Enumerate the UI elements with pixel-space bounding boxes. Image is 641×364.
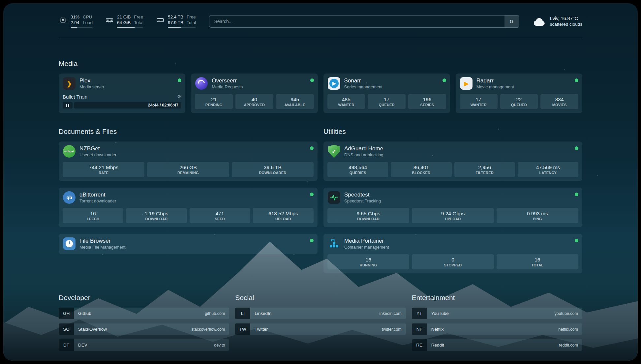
plex-description: Media server — [79, 84, 104, 89]
qbittorrent-status-dot — [310, 193, 314, 196]
bookmark-linkedin[interactable]: LI LinkedInlinkedin.com — [235, 308, 406, 319]
memory-free: 21 GiB — [117, 15, 131, 20]
adguard-description: DNS and adblocking — [344, 152, 383, 157]
stat-queued: 17QUEUED — [368, 94, 406, 109]
qbittorrent-name: qBittorrent — [79, 192, 116, 198]
adguard-icon: ✓ — [327, 145, 341, 158]
cpu-percent: 31% — [71, 15, 79, 20]
dashboard-content: 31% 2.94 CPU Load — [3, 3, 638, 361]
stat-upload: 9.24 GbpsUPLOAD — [412, 208, 494, 223]
memory-progress-bar — [117, 27, 143, 28]
pause-icon — [63, 102, 73, 108]
bookmark-youtube[interactable]: YT YouTubeyoutube.com — [412, 308, 582, 319]
cpu-progress-bar — [71, 27, 93, 28]
documents-section-title: Documents & Files — [59, 128, 318, 136]
filebrowser-card[interactable]: File Browser Media File Management — [59, 234, 318, 254]
stat-downloaded: 39.6 TBDOWNLOADED — [232, 162, 314, 177]
portainer-name: Media Portainer — [344, 238, 389, 244]
speedtest-status-dot — [575, 193, 578, 196]
plex-card[interactable]: ❯ Plex Media server Bullet Train ⚙ — [59, 74, 185, 113]
stat-total: 16TOTAL — [497, 254, 578, 269]
bookmark-name: YouTube — [431, 311, 449, 316]
speedtest-card[interactable]: Speedtest Speedtest Tracking 9.65 GbpsDO… — [323, 188, 582, 227]
disk-label-top: Free — [187, 15, 196, 20]
stat-wanted: 17WANTED — [460, 94, 498, 109]
stat-queued: 22QUEUED — [500, 94, 538, 109]
memory-total: 64 GiB — [117, 20, 131, 25]
bookmark-dev[interactable]: DT DEVdev.to — [59, 339, 229, 351]
memory-widget: 21 GiB 64 GiB Free Total — [105, 15, 143, 28]
weather-location: Lviv, 16.87°C — [550, 16, 582, 21]
nzbget-status-dot — [310, 146, 314, 150]
bookmark-twitter[interactable]: TW Twittertwitter.com — [235, 323, 406, 335]
sonarr-icon: ▶ — [327, 77, 341, 90]
media-grid: ❯ Plex Media server Bullet Train ⚙ — [59, 74, 582, 113]
stat-running: 16RUNNING — [327, 254, 409, 269]
disk-progress-bar — [168, 27, 196, 28]
disk-icon — [156, 16, 165, 24]
bookmarks-developer: Developer GH Githubgithub.com SO StackOv… — [59, 294, 229, 355]
sonarr-card[interactable]: ▶ Sonarr Series management 485WANTED 17Q… — [323, 74, 450, 113]
portainer-card[interactable]: Media Portainer Container management 16R… — [323, 234, 582, 273]
search-provider-button[interactable]: G — [504, 15, 519, 27]
cloud-icon — [533, 16, 546, 27]
bookmarks-entertainment: Entertainment YT YouTubeyoutube.com NF N… — [412, 294, 582, 355]
bookmark-abbr: GH — [59, 308, 74, 319]
social-section-title: Social — [235, 294, 406, 302]
sonarr-status-dot — [443, 78, 446, 82]
stat-latency: 47.569 msLATENCY — [518, 162, 578, 177]
bookmark-reddit[interactable]: RE Redditreddit.com — [412, 339, 582, 351]
filebrowser-name: File Browser — [79, 238, 125, 244]
bookmark-abbr: YT — [412, 308, 427, 319]
disk-widget: 52.4 TB 97.9 TB Free Total — [156, 15, 196, 28]
cpu-label-bottom: Load — [83, 20, 93, 25]
cpu-label-top: CPU — [83, 15, 93, 20]
qbittorrent-card[interactable]: qb qBittorrent Torrent downloader 16LEEC… — [59, 188, 318, 227]
bookmark-url: github.com — [205, 311, 225, 316]
speedtest-description: Speedtest Tracking — [344, 198, 381, 203]
overseerr-card[interactable]: Overseerr Media Requests 21PENDING 40APP… — [191, 74, 318, 113]
utilities-section-title: Utilities — [323, 128, 582, 136]
adguard-status-dot — [575, 146, 578, 150]
topbar: 31% 2.94 CPU Load — [59, 3, 582, 37]
section-documents: Documents & Files nzbget NZBGet Usenet d… — [59, 128, 318, 273]
gear-icon[interactable]: ⚙ — [177, 94, 181, 100]
bookmark-github[interactable]: GH Githubgithub.com — [59, 308, 229, 319]
qbittorrent-icon: qb — [63, 191, 76, 204]
plex-now-playing: Bullet Train — [63, 94, 87, 100]
stat-seed: 471SEED — [190, 208, 250, 223]
overseerr-status-dot — [310, 78, 314, 82]
radarr-card[interactable]: ▶ Radarr Movie management 17WANTED 22QUE… — [456, 74, 582, 113]
disk-label-bottom: Total — [187, 20, 196, 25]
memory-label-bottom: Total — [134, 20, 143, 25]
bookmark-abbr: SO — [59, 323, 74, 335]
filebrowser-icon — [63, 237, 76, 250]
stat-download: 9.65 GbpsDOWNLOAD — [327, 208, 409, 223]
nzbget-card[interactable]: nzbget NZBGet Usenet downloader 744.21 M… — [59, 141, 318, 181]
bookmark-url: netflix.com — [558, 327, 578, 332]
bookmark-abbr: TW — [235, 323, 250, 335]
bookmark-stackoverflow[interactable]: SO StackOverflowstackoverflow.com — [59, 323, 229, 335]
stat-queries: 498,564QUERIES — [327, 162, 388, 177]
bookmark-url: stackoverflow.com — [191, 327, 225, 332]
overseerr-icon — [195, 77, 208, 90]
portainer-status-dot — [575, 239, 578, 242]
search-bar: G — [209, 15, 519, 28]
disk-total: 97.9 TB — [168, 20, 183, 25]
section-utilities: Utilities ✓ AdGuard Home DNS and adblock… — [323, 128, 582, 273]
bookmark-name: StackOverflow — [78, 327, 107, 332]
background-snow-specks — [3, 3, 4, 4]
plex-progress-track: 24:44 / 02:06:47 — [74, 102, 181, 108]
speedtest-name: Speedtest — [344, 192, 381, 198]
search-input[interactable] — [209, 15, 519, 28]
bookmark-abbr: NF — [412, 323, 427, 335]
bookmark-url: linkedin.com — [379, 311, 401, 316]
stat-ping: 0.993 msPING — [497, 208, 578, 223]
bookmark-netflix[interactable]: NF Netflixnetflix.com — [412, 323, 582, 335]
stat-remaining: 266 GBREMAINING — [147, 162, 229, 177]
bookmark-name: DEV — [78, 343, 87, 348]
section-media: Media ❯ Plex Media server Bullet Train — [59, 60, 582, 113]
bookmark-url: youtube.com — [554, 311, 578, 316]
adguard-card[interactable]: ✓ AdGuard Home DNS and adblocking 498,56… — [323, 141, 582, 181]
cpu-widget: 31% 2.94 CPU Load — [59, 15, 93, 28]
